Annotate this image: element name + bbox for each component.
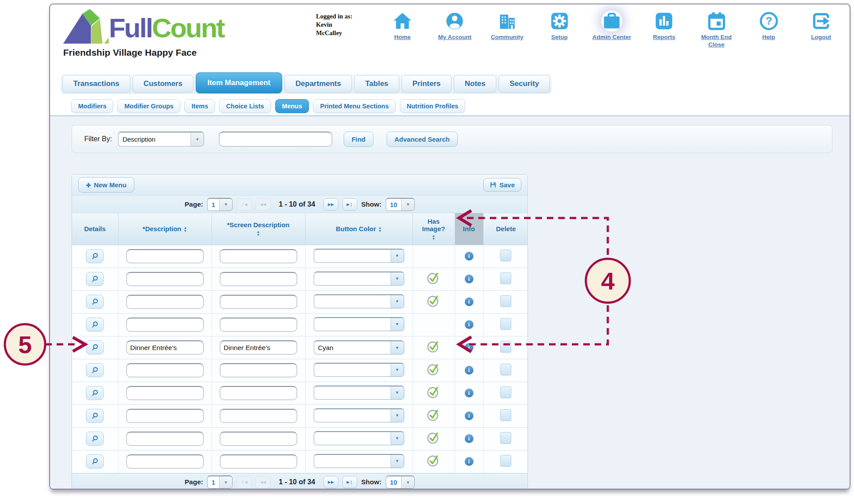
tab-item-management[interactable]: Item Management <box>196 72 283 93</box>
chevron-down-icon[interactable] <box>391 272 404 285</box>
screen-description-input[interactable] <box>220 432 297 446</box>
info-icon[interactable] <box>465 389 474 397</box>
advanced-search-button[interactable]: Advanced Search <box>387 132 458 147</box>
subtab-nutrition-profiles[interactable]: Nutrition Profiles <box>400 99 466 113</box>
delete-checkbox[interactable] <box>500 455 511 467</box>
nav-item-help[interactable]: ? Help <box>746 11 791 49</box>
button-color-select[interactable] <box>314 317 404 331</box>
chevron-down-icon[interactable] <box>391 250 404 262</box>
nav-item-community[interactable]: Community <box>485 11 530 49</box>
nav-item-home[interactable]: Home <box>380 11 425 49</box>
info-icon[interactable] <box>465 366 474 375</box>
screen-description-input[interactable] <box>220 409 297 423</box>
description-input[interactable] <box>126 272 204 286</box>
tab-customers[interactable]: Customers <box>133 75 194 93</box>
chevron-down-icon[interactable] <box>391 341 404 354</box>
col-button-color[interactable]: Button Color▲▼ <box>305 213 413 245</box>
nav-item-admin-center[interactable]: Admin Center <box>589 11 634 49</box>
details-button[interactable] <box>86 432 104 446</box>
nav-item-logout[interactable]: Logout <box>799 11 843 49</box>
last-page-button[interactable] <box>342 198 357 211</box>
info-icon[interactable] <box>465 297 474 306</box>
description-input[interactable] <box>126 340 204 354</box>
details-button[interactable] <box>86 295 104 309</box>
screen-description-input[interactable] <box>220 363 297 377</box>
tab-departments[interactable]: Departments <box>284 75 352 93</box>
details-button[interactable] <box>86 318 104 332</box>
subtab-items[interactable]: Items <box>184 99 215 113</box>
details-button[interactable] <box>86 386 104 400</box>
screen-description-input[interactable] <box>220 249 297 263</box>
button-color-select[interactable] <box>314 408 404 422</box>
tab-transactions[interactable]: Transactions <box>62 75 130 93</box>
info-icon[interactable] <box>465 457 474 466</box>
info-icon[interactable] <box>465 411 474 420</box>
chevron-down-icon[interactable] <box>391 295 404 308</box>
screen-description-input[interactable] <box>220 454 297 468</box>
description-input[interactable] <box>126 454 204 468</box>
delete-checkbox[interactable] <box>500 409 511 421</box>
page-select[interactable]: 1 <box>207 198 233 211</box>
chevron-down-icon[interactable] <box>219 476 232 488</box>
details-button[interactable] <box>86 340 104 354</box>
save-button[interactable]: Save <box>483 178 521 192</box>
chevron-down-icon[interactable] <box>401 476 414 488</box>
new-menu-button[interactable]: New Menu <box>78 177 134 193</box>
show-select[interactable]: 10 <box>386 475 415 489</box>
description-input[interactable] <box>126 295 204 309</box>
nav-item-month-end-close[interactable]: Month End Close <box>694 11 739 49</box>
next-page-button[interactable] <box>323 476 338 488</box>
tab-tables[interactable]: Tables <box>354 75 399 93</box>
description-input[interactable] <box>126 409 204 423</box>
delete-checkbox[interactable] <box>500 250 511 261</box>
button-color-select[interactable] <box>314 294 404 308</box>
button-color-select[interactable] <box>314 454 404 468</box>
subtab-menus[interactable]: Menus <box>275 99 309 113</box>
tab-notes[interactable]: Notes <box>454 75 496 93</box>
chevron-down-icon[interactable] <box>391 364 404 376</box>
delete-checkbox[interactable] <box>500 341 511 353</box>
info-icon[interactable] <box>465 434 474 443</box>
page-select[interactable]: 1 <box>207 475 233 489</box>
details-button[interactable] <box>86 249 104 263</box>
chevron-down-icon[interactable] <box>219 199 232 211</box>
last-page-button[interactable] <box>342 476 357 488</box>
info-icon[interactable] <box>465 275 474 283</box>
first-page-button[interactable] <box>237 198 251 211</box>
button-color-select[interactable] <box>314 249 404 263</box>
tab-printers[interactable]: Printers <box>402 75 452 93</box>
screen-description-input[interactable] <box>220 386 297 400</box>
description-input[interactable] <box>126 249 204 263</box>
show-select[interactable]: 10 <box>386 198 415 211</box>
info-icon[interactable] <box>465 320 474 329</box>
info-icon[interactable] <box>465 343 474 352</box>
screen-description-input[interactable] <box>220 295 297 309</box>
screen-description-input[interactable] <box>220 318 297 332</box>
button-color-select[interactable] <box>314 272 404 286</box>
chevron-down-icon[interactable] <box>391 455 404 468</box>
delete-checkbox[interactable] <box>500 432 511 444</box>
delete-checkbox[interactable] <box>500 272 511 284</box>
delete-checkbox[interactable] <box>500 364 511 375</box>
col-description[interactable]: *Description▲▼ <box>118 213 212 245</box>
chevron-down-icon[interactable] <box>391 386 404 399</box>
details-button[interactable] <box>86 454 104 468</box>
subtab-modifier-groups[interactable]: Modifier Groups <box>117 99 180 113</box>
description-input[interactable] <box>126 318 204 332</box>
chevron-down-icon[interactable] <box>190 132 204 146</box>
chevron-down-icon[interactable] <box>401 199 414 211</box>
tab-security[interactable]: Security <box>499 75 550 93</box>
col-has-image[interactable]: Has Image?▲▼ <box>413 213 455 245</box>
nav-item-setup[interactable]: Setup <box>537 11 582 49</box>
next-page-button[interactable] <box>323 198 338 211</box>
details-button[interactable] <box>86 363 104 377</box>
delete-checkbox[interactable] <box>500 318 511 330</box>
nav-item-my-account[interactable]: My Account <box>432 11 477 49</box>
details-button[interactable] <box>86 409 104 423</box>
screen-description-input[interactable] <box>220 340 297 354</box>
screen-description-input[interactable] <box>220 272 297 286</box>
info-icon[interactable] <box>465 252 474 261</box>
first-page-button[interactable] <box>237 476 251 488</box>
chevron-down-icon[interactable] <box>391 318 404 331</box>
chevron-down-icon[interactable] <box>391 432 404 445</box>
